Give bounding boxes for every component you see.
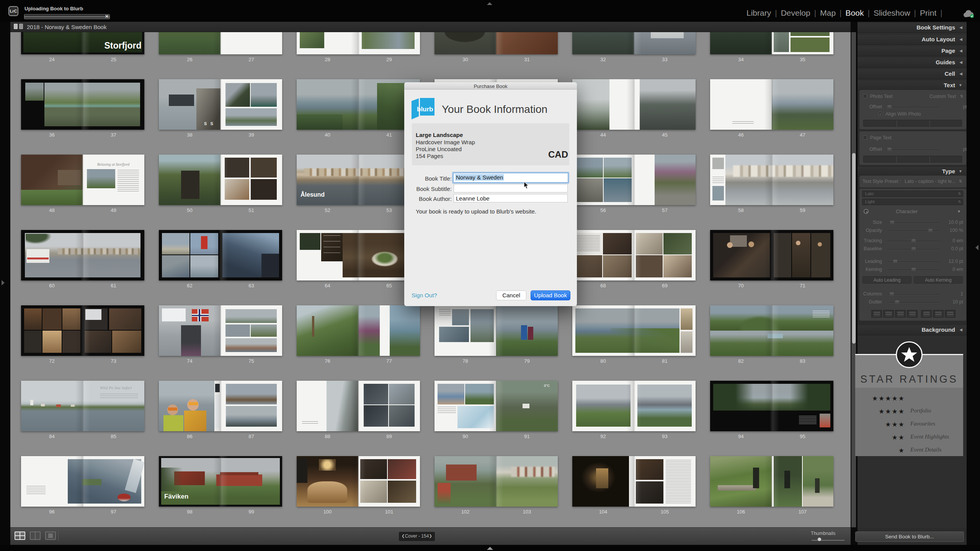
svg-text:blurb: blurb bbox=[417, 106, 433, 113]
